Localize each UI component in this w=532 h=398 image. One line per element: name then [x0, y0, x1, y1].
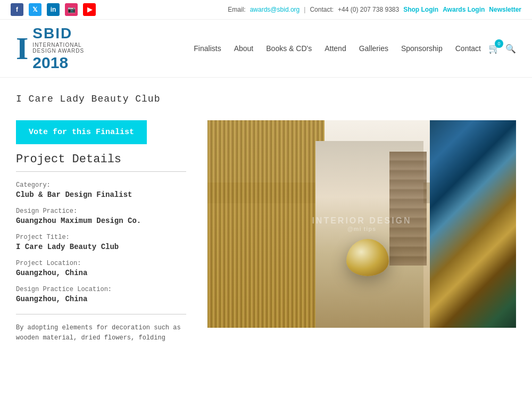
location-block: Project Location: Guangzhou, China — [16, 260, 186, 277]
right-panel: INTERIOR DESIGN @mi tips — [207, 120, 516, 343]
separator1: | — [304, 6, 305, 13]
divider-bottom — [16, 314, 186, 314]
practice-location-label: Design Practice Location: — [16, 286, 186, 293]
logo-year: 2018 — [32, 54, 84, 72]
header: I SBID INTERNATIONAL DESIGN AWARDS 2018 … — [0, 20, 532, 78]
phone-number: +44 (0) 207 738 9383 — [338, 6, 399, 13]
practice-location-block: Design Practice Location: Guangzhou, Chi… — [16, 286, 186, 303]
newsletter-link[interactable]: Newsletter — [489, 6, 521, 13]
search-icon[interactable]: 🔍 — [505, 44, 516, 54]
logo-line2: DESIGN AWARDS — [32, 48, 84, 54]
practice-label: Design Practice: — [16, 208, 186, 215]
nav-galleries[interactable]: Galleries — [354, 42, 394, 55]
category-label: Category: — [16, 181, 186, 189]
main-nav: Finalists About Books & CD's Attend Gall… — [188, 42, 516, 55]
practice-block: Design Practice: Guangzhou Maximum Desig… — [16, 208, 186, 225]
project-title-block: Project Title: I Care Lady Beauty Club — [16, 234, 186, 251]
page-title: I Care Lady Beauty Club — [16, 94, 516, 104]
instagram-icon[interactable]: 📷 — [65, 3, 78, 16]
nav-finalists[interactable]: Finalists — [188, 42, 226, 55]
main-content: I Care Lady Beauty Club Vote for this Fi… — [0, 78, 532, 354]
nav-books[interactable]: Books & CD's — [261, 42, 317, 55]
description-text: By adopting elements for decoration such… — [16, 323, 186, 343]
practice-value: Guangzhou Maximum Design Co. — [16, 217, 186, 225]
cart-icon[interactable]: 🛒 0 — [488, 43, 500, 54]
nav-sponsorship[interactable]: Sponsorship — [396, 42, 448, 55]
practice-location-value: Guangzhou, China — [16, 295, 186, 303]
project-title-label: Project Title: — [16, 234, 186, 241]
category-value: Club & Bar Design Finalist — [16, 190, 186, 199]
youtube-icon[interactable]: ▶ — [83, 3, 96, 16]
logo-brand: SBID — [32, 25, 84, 42]
location-value: Guangzhou, China — [16, 269, 186, 277]
twitter-icon[interactable]: 𝕏 — [29, 3, 41, 16]
nav-about[interactable]: About — [229, 42, 259, 55]
location-label: Project Location: — [16, 260, 186, 267]
project-image: INTERIOR DESIGN @mi tips — [207, 120, 516, 328]
left-panel: Vote for this Finalist Project Details C… — [16, 120, 186, 343]
main-layout: Vote for this Finalist Project Details C… — [16, 120, 516, 343]
email-label: Email: — [228, 6, 245, 13]
project-title-value: I Care Lady Beauty Club — [16, 243, 186, 251]
shop-login-link[interactable]: Shop Login — [403, 6, 438, 13]
vote-button[interactable]: Vote for this Finalist — [16, 120, 147, 144]
art-wall-layer — [430, 120, 516, 328]
category-block: Category: Club & Bar Design Finalist — [16, 181, 186, 199]
nav-contact[interactable]: Contact — [450, 42, 486, 55]
section-title: Project Details — [16, 153, 186, 166]
logo-letter: I — [16, 32, 28, 64]
logo-line1: INTERNATIONAL — [32, 42, 84, 48]
shelving-layer — [389, 152, 427, 266]
nav-attend[interactable]: Attend — [319, 42, 351, 55]
linkedin-icon[interactable]: in — [47, 3, 60, 16]
logo-text: SBID INTERNATIONAL DESIGN AWARDS 2018 — [32, 25, 84, 72]
email-link[interactable]: awards@sbid.org — [250, 6, 300, 13]
top-bar: f 𝕏 in 📷 ▶ Email: awards@sbid.org | Cont… — [0, 0, 532, 20]
contact-label: Contact: — [310, 6, 334, 13]
top-bar-right: Email: awards@sbid.org | Contact: +44 (0… — [228, 6, 521, 13]
facebook-icon[interactable]: f — [11, 3, 23, 16]
wood-slats-layer — [207, 120, 325, 328]
cart-badge: 0 — [495, 39, 503, 48]
divider-top — [16, 171, 186, 172]
awards-login-link[interactable]: Awards Login — [443, 6, 485, 13]
social-links: f 𝕏 in 📷 ▶ — [11, 3, 96, 16]
logo-area: I SBID INTERNATIONAL DESIGN AWARDS 2018 — [16, 25, 84, 72]
